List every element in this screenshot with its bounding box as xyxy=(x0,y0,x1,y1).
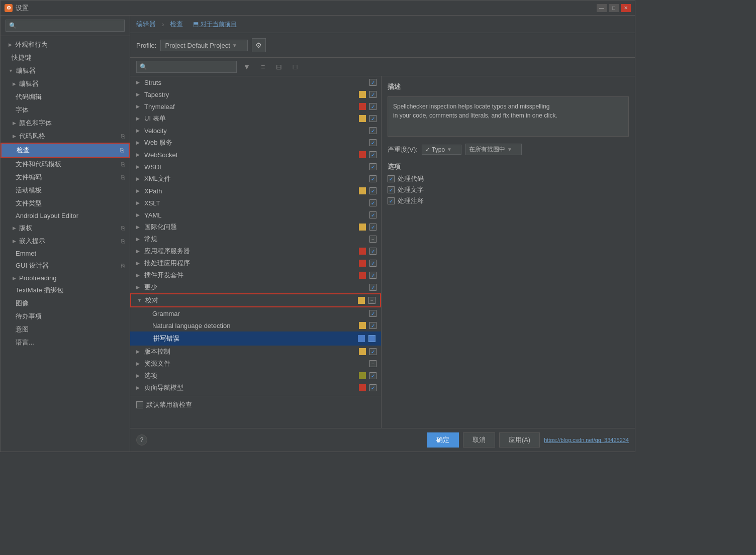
list-item-spelling[interactable]: 拼写错误 xyxy=(130,331,381,346)
sidebar-item-inspection[interactable]: 检查 ⎘ xyxy=(1,143,130,158)
checkbox[interactable] xyxy=(369,248,376,255)
checkbox[interactable] xyxy=(369,151,376,158)
process-text-checkbox[interactable] xyxy=(388,186,395,193)
sidebar-item-proofreading[interactable]: ▶ Proofreading xyxy=(1,272,130,284)
checkbox[interactable] xyxy=(369,175,376,182)
checkbox-area[interactable] xyxy=(369,211,377,219)
apply-to-project-button[interactable]: ⬒ 对于当前项目 xyxy=(193,20,236,29)
checkbox[interactable] xyxy=(369,91,376,98)
checkbox-area[interactable] xyxy=(369,235,377,243)
list-item[interactable]: ▶ XML文件 xyxy=(130,173,381,185)
sidebar-search-input[interactable] xyxy=(6,20,125,32)
list-item[interactable]: ▶ XSLT xyxy=(130,197,381,209)
checkbox[interactable] xyxy=(369,224,376,231)
list-item[interactable]: ▶ 国际化问题 xyxy=(130,221,381,233)
list-item[interactable]: ▶ WebSocket xyxy=(130,149,381,161)
sidebar-item-file-template[interactable]: 文件和代码模板 ⎘ xyxy=(1,158,130,171)
sidebar-item-todo[interactable]: 待办事项 xyxy=(1,310,130,323)
sidebar-item-file-type[interactable]: 文件类型 xyxy=(1,197,130,210)
sidebar-item-image[interactable]: 图像 xyxy=(1,297,130,310)
sidebar-item-shortcuts[interactable]: 快捷键 xyxy=(1,51,130,64)
sidebar-item-textmate[interactable]: TextMate 插绑包 xyxy=(1,284,130,297)
checkbox-area[interactable] xyxy=(369,90,377,98)
checkbox[interactable] xyxy=(369,103,376,110)
severity-select[interactable]: ✓ Typo ▼ xyxy=(422,145,461,155)
checkbox-area[interactable] xyxy=(369,271,377,279)
checkbox-area[interactable] xyxy=(369,321,377,329)
expand-all-button[interactable]: ≡ xyxy=(257,61,269,73)
sidebar-item-color-font[interactable]: ▶ 颜色和字体 xyxy=(1,117,130,130)
checkbox[interactable] xyxy=(369,284,376,291)
apply-button[interactable]: 应用(A) xyxy=(499,432,540,448)
checkbox-area[interactable] xyxy=(369,223,377,231)
checkbox-area[interactable] xyxy=(369,348,377,356)
checkbox-area[interactable] xyxy=(369,139,377,147)
list-item[interactable]: ▶ 资源文件 xyxy=(130,358,381,370)
checkbox-area[interactable] xyxy=(369,309,377,317)
sidebar-item-editor-group[interactable]: ▼ 编辑器 xyxy=(1,64,130,77)
sidebar-item-gui-designer[interactable]: GUI 设计器 ⎘ xyxy=(1,259,130,272)
sidebar-item-inlay-hints[interactable]: ▶ 嵌入提示 ⎘ xyxy=(1,235,130,248)
scope-select[interactable]: 在所有范围中 ▼ xyxy=(465,144,522,155)
list-item[interactable]: ▶ 更少 xyxy=(130,281,381,293)
profile-select[interactable]: Project Default Project ▼ xyxy=(160,40,247,51)
maximize-button[interactable]: □ xyxy=(609,4,619,12)
list-item[interactable]: ▶ YAML xyxy=(130,209,381,221)
checkbox-area[interactable] xyxy=(369,115,377,123)
sidebar-item-intention[interactable]: 意图 xyxy=(1,323,130,336)
process-code-checkbox[interactable] xyxy=(388,175,395,182)
checkbox-area[interactable] xyxy=(368,296,376,304)
checkbox-area[interactable] xyxy=(369,259,377,267)
checkbox[interactable] xyxy=(369,322,376,329)
checkbox-area[interactable] xyxy=(369,163,377,171)
checkbox-area[interactable] xyxy=(369,151,377,159)
list-item[interactable]: ▶ Struts xyxy=(130,76,381,88)
sidebar-item-live-template[interactable]: 活动模板 xyxy=(1,184,130,197)
checkbox-area[interactable] xyxy=(369,283,377,291)
cancel-button[interactable]: 取消 xyxy=(463,432,495,448)
list-item[interactable]: ▶ 批处理应用程序 xyxy=(130,257,381,269)
sidebar-item-android-layout[interactable]: Android Layout Editor xyxy=(1,210,130,221)
checkbox[interactable] xyxy=(369,187,376,194)
checkbox-area[interactable] xyxy=(369,247,377,255)
sidebar-item-appearance[interactable]: ▶ 外观和行为 xyxy=(1,38,130,51)
footer-url[interactable]: https://blog.csdn.net/qq_33425234 xyxy=(544,437,629,443)
checkbox[interactable] xyxy=(369,360,376,367)
checkbox-area[interactable] xyxy=(369,372,377,380)
checkbox-area[interactable] xyxy=(369,78,377,86)
checkbox[interactable] xyxy=(369,310,376,317)
list-item[interactable]: Grammar xyxy=(130,307,381,319)
sidebar-item-code-edit[interactable]: 代码编辑 xyxy=(1,90,130,103)
checkbox-area[interactable] xyxy=(369,384,377,392)
view-options-button[interactable]: □ xyxy=(289,61,301,73)
list-item[interactable]: ▶ 插件开发套件 xyxy=(130,269,381,281)
checkbox[interactable] xyxy=(368,297,375,304)
checkbox[interactable] xyxy=(369,384,376,391)
list-item[interactable]: ▶ UI 表单 xyxy=(130,113,381,125)
sidebar-item-file-encoding[interactable]: 文件编码 ⎘ xyxy=(1,171,130,184)
list-item[interactable]: ▶ WSDL xyxy=(130,161,381,173)
checkbox[interactable] xyxy=(369,115,376,122)
checkbox[interactable] xyxy=(369,139,376,146)
sidebar-item-font[interactable]: 字体 xyxy=(1,103,130,117)
checkbox[interactable] xyxy=(369,372,376,379)
disable-new-inspections-checkbox[interactable] xyxy=(136,401,143,408)
sidebar-item-editor[interactable]: ▶ 编辑器 xyxy=(1,77,130,90)
checkbox-area[interactable] xyxy=(369,127,377,135)
inspection-search-input[interactable] xyxy=(136,61,237,73)
checkbox-area[interactable] xyxy=(369,199,377,207)
list-item[interactable]: ▶ 版本控制 xyxy=(130,346,381,358)
minimize-button[interactable]: — xyxy=(597,4,607,12)
checkbox[interactable] xyxy=(369,79,376,86)
checkbox[interactable] xyxy=(369,211,376,218)
checkbox[interactable] xyxy=(369,348,376,355)
checkbox[interactable] xyxy=(369,260,376,267)
checkbox[interactable] xyxy=(369,127,376,134)
filter-button[interactable]: ▼ xyxy=(241,61,253,73)
checkbox-area[interactable] xyxy=(369,175,377,183)
checkbox[interactable] xyxy=(369,272,376,279)
process-comment-checkbox[interactable] xyxy=(388,197,395,204)
list-item[interactable]: ▶ Velocity xyxy=(130,125,381,137)
checkbox-area[interactable] xyxy=(369,360,377,368)
list-item[interactable]: ▶ 页面导航模型 xyxy=(130,382,381,394)
